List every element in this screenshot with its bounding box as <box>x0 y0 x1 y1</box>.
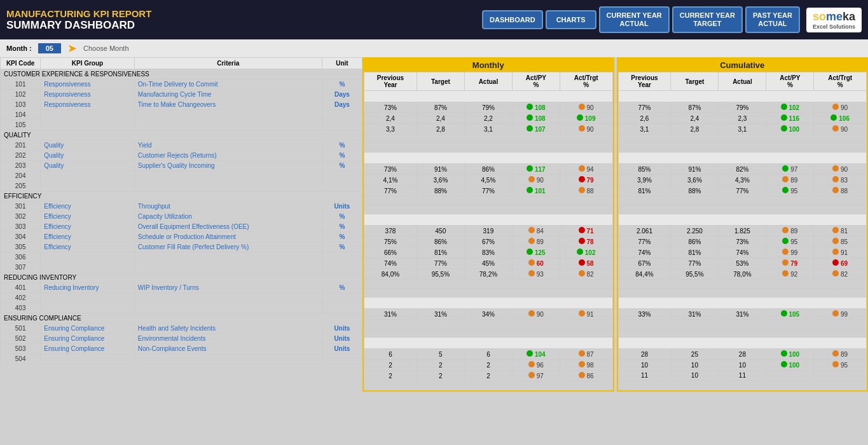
cumulative-prev: 11 <box>618 371 671 381</box>
kpi-group: Reducing Inventory <box>41 283 135 293</box>
cumulative-actpy: 97 <box>766 164 814 175</box>
cumulative-actpy: 100 <box>766 349 814 360</box>
tab-current-year-target[interactable]: CURRENT YEARTARGET <box>672 6 743 33</box>
monthly-acttrg: 98 <box>560 360 612 371</box>
kpi-criteria: Non-Compliance Events <box>134 344 322 354</box>
c-actpy-value: 100 <box>789 126 799 133</box>
monthly-actual: 4,5% <box>464 175 512 186</box>
kpi-code: 401 <box>1 283 41 293</box>
kpi-unit: Days <box>322 90 362 100</box>
monthly-target: 2,4 <box>417 113 464 124</box>
section-header: REDUCING INVENTORY <box>1 273 362 283</box>
cumulative-target: 95,5% <box>671 269 719 280</box>
c-actpy-value: 105 <box>789 311 799 318</box>
cumulative-actpy <box>766 371 814 381</box>
status-dot <box>528 227 535 233</box>
status-dot <box>781 114 787 121</box>
c-actpy-value: 89 <box>790 228 797 235</box>
monthly-data-table: PreviousYear Target Actual Act/PY% Act/T… <box>364 72 613 390</box>
kpi-group: Efficiency <box>41 212 135 222</box>
kpi-unit: Units <box>322 344 362 354</box>
cumulative-acttrg: 83 <box>814 175 867 186</box>
monthly-actpy: 93 <box>512 269 560 280</box>
kpi-criteria: WIP Inventory / Turns <box>134 283 322 293</box>
monthly-actpy: 96 <box>512 360 560 371</box>
cumulative-actpy: 89 <box>766 175 814 186</box>
monthly-target: 86% <box>417 236 464 247</box>
acttrg-value: 88 <box>587 188 594 195</box>
status-dot <box>832 270 839 277</box>
c-actpy-value: 102 <box>789 104 799 111</box>
report-title: MANUFACTURING KPI REPORT <box>6 8 482 19</box>
acttrg-value: 91 <box>587 311 594 318</box>
monthly-actual: 78,2% <box>464 269 512 280</box>
monthly-prev: 73% <box>364 164 417 175</box>
month-arrow-icon[interactable]: ➤ <box>67 41 77 55</box>
actpy-value: 117 <box>535 166 546 173</box>
cumulative-actpy: 92 <box>766 269 814 280</box>
cumulative-actpy: 102 <box>766 102 814 113</box>
monthly-acttrg: 88 <box>560 186 612 196</box>
acttrg-value: 98 <box>587 362 594 369</box>
cumulative-target: 3,6% <box>671 175 719 186</box>
kpi-code: 503 <box>1 344 41 354</box>
status-dot <box>527 165 533 172</box>
cumulative-prev: 2.061 <box>618 226 671 236</box>
kpi-code: 205 <box>1 181 41 191</box>
monthly-acttrg: 82 <box>560 269 612 280</box>
kpi-unit: % <box>322 232 362 242</box>
monthly-target: 31% <box>417 309 464 320</box>
monthly-actual: 77% <box>464 186 512 196</box>
section-spacer <box>618 214 867 226</box>
tab-charts[interactable]: CHARTS <box>546 10 596 29</box>
monthly-prev: 77% <box>364 186 417 196</box>
status-dot <box>528 372 535 378</box>
monthly-actual: 2 <box>464 360 512 371</box>
status-dot <box>782 227 789 233</box>
monthly-actual: 2 <box>464 371 512 381</box>
section-spacer <box>364 298 613 309</box>
monthly-acttrg: 79 <box>560 175 612 186</box>
monthly-acttrg: 90 <box>560 124 612 135</box>
tab-current-year-actual[interactable]: CURRENT YEARACTUAL <box>599 6 670 33</box>
kpi-unit: % <box>322 140 362 151</box>
section-spacer <box>364 91 613 102</box>
status-dot <box>527 350 533 357</box>
monthly-actpy: 97 <box>512 371 560 381</box>
cumulative-actual: 79% <box>719 102 766 113</box>
tab-past-year-actual[interactable]: PAST YEARACTUAL <box>745 6 800 33</box>
status-dot <box>782 238 789 244</box>
c-acttrg-value: 90 <box>841 126 848 133</box>
cumulative-target: 10 <box>671 360 719 371</box>
monthly-actpy: 101 <box>512 186 560 196</box>
acttrg-value: 94 <box>587 166 594 173</box>
kpi-group: Responsiveness <box>41 100 135 110</box>
status-dot <box>527 114 533 121</box>
monthly-target: 91% <box>417 164 464 175</box>
status-dot <box>577 114 583 121</box>
kpi-code: 103 <box>1 100 41 110</box>
c-acttrg-value: 106 <box>839 115 850 122</box>
monthly-target: 5 <box>417 349 464 360</box>
cumulative-actual: 73% <box>719 236 766 247</box>
kpi-criteria: Yield <box>134 140 322 151</box>
monthly-acttrg: 109 <box>560 113 612 124</box>
status-dot <box>832 259 839 266</box>
status-dot <box>579 165 585 172</box>
section-spacer <box>364 214 613 226</box>
cumulative-target: 2.250 <box>671 226 719 236</box>
c-acttrg-value: 69 <box>841 260 848 267</box>
main-content: KPI Code KPI Group Criteria Unit CUSTOME… <box>0 57 868 445</box>
monthly-actpy: 90 <box>512 175 560 186</box>
monthly-actual: 34% <box>464 309 512 320</box>
monthly-actual: 83% <box>464 247 512 258</box>
actpy-value: 60 <box>537 260 544 267</box>
tab-dashboard[interactable]: DASHBOARD <box>482 10 543 29</box>
cumulative-actual: 82% <box>719 164 766 175</box>
kpi-unit: Units <box>322 334 362 344</box>
section-spacer <box>618 91 867 102</box>
c-actpy-value: 89 <box>790 177 797 184</box>
kpi-code: 504 <box>1 354 41 364</box>
monthly-acttrg: 91 <box>560 309 612 320</box>
month-value[interactable]: 05 <box>38 43 61 53</box>
